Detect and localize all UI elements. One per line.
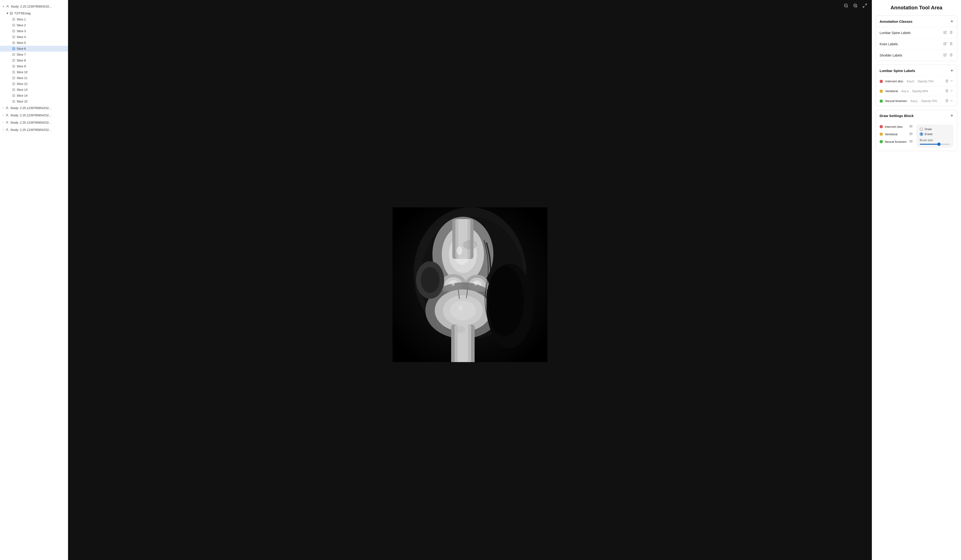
slice-label-2: Slice 2	[17, 24, 26, 27]
slice-item-6[interactable]: Slice 6	[0, 46, 68, 51]
svg-line-38	[847, 6, 848, 8]
zoom-in-icon	[853, 3, 858, 8]
vertebral-key: Key:a	[902, 90, 909, 93]
study-label-4: Study: 2.25.1239795854232...	[10, 121, 51, 124]
slice-item-13[interactable]: Slice 13	[0, 87, 68, 93]
slice-item-8[interactable]: Slice 8	[0, 58, 68, 63]
image-icon-slice11	[12, 77, 15, 80]
edit-shoulder-button[interactable]	[943, 53, 947, 58]
draw-settings-add-button[interactable]: +	[950, 113, 953, 118]
brush-size-slider[interactable]	[920, 144, 950, 145]
chevron-right-icon-2: ›	[3, 107, 3, 109]
slice-item-2[interactable]: Slice 2	[0, 22, 68, 28]
toggle-vertebral-visibility-button[interactable]	[909, 132, 913, 136]
svg-point-77	[456, 326, 465, 333]
sidebar: ▾ Study: 2.25.1239795854232... ▾ T2/TSE/…	[0, 0, 68, 560]
expand-neural-button[interactable]	[950, 99, 953, 103]
annotation-class-shoulder-label: Shoilder Labels	[880, 53, 902, 57]
eye-icon-neural	[909, 140, 913, 143]
study-item-3[interactable]: › Study: 2.25.1239795854232...	[0, 112, 68, 119]
slice-label-10: Slice 10	[17, 71, 27, 74]
slice-item-1[interactable]: Slice 1	[0, 16, 68, 22]
annotation-class-shoulder: Shoilder Labels	[876, 50, 957, 61]
slice-item-14[interactable]: Slice 14	[0, 93, 68, 98]
neural-actions	[945, 99, 953, 103]
slice-label-7: Slice 7	[17, 53, 26, 56]
series-item-1[interactable]: ▾ T2/TSE/sag.	[0, 10, 68, 16]
slice-item-9[interactable]: Slice 9	[0, 63, 68, 69]
image-icon-slice6	[12, 47, 15, 50]
annotation-classes-add-button[interactable]: +	[950, 19, 953, 24]
slice-item-11[interactable]: Slice 11	[0, 75, 68, 81]
delete-vertebral-button[interactable]	[945, 89, 948, 93]
study-item-5[interactable]: › Study: 2.25.1239795854232...	[0, 126, 68, 133]
draw-intervert-label: Intervert disc	[885, 125, 903, 128]
erase-mode-option[interactable]: Erase	[920, 132, 950, 136]
eye-icon-intervert	[909, 125, 913, 128]
edit-knee-button[interactable]	[943, 42, 947, 47]
svg-point-10	[13, 36, 14, 37]
intervert-actions	[945, 79, 953, 83]
slice-label-3: Slice 3	[17, 29, 26, 33]
expand-intervert-button[interactable]	[950, 79, 953, 83]
svg-point-12	[13, 42, 14, 43]
slice-item-12[interactable]: Slice 12	[0, 81, 68, 87]
delete-neural-button[interactable]	[945, 99, 948, 103]
svg-point-35	[6, 122, 8, 123]
chevron-right-icon-3: ›	[3, 114, 3, 117]
label-item-neural: Neural foramen Key:y Opacity:70%	[876, 96, 957, 106]
lumbar-labels-add-button[interactable]: +	[950, 68, 953, 73]
delete-knee-button[interactable]	[949, 42, 953, 47]
person-icon-5	[5, 128, 9, 132]
image-icon-slice5	[12, 41, 15, 44]
person-icon	[6, 5, 10, 8]
svg-point-32	[13, 101, 14, 101]
study-item-1[interactable]: ▾ Study: 2.25.1239795854232...	[0, 3, 68, 10]
image-icon-slice7	[12, 53, 15, 56]
draw-intervert-dot	[880, 125, 883, 128]
image-icon-slice4	[12, 35, 15, 39]
slice-label-13: Slice 13	[17, 88, 27, 91]
image-toolbar	[839, 0, 872, 11]
image-icon-slice10	[12, 71, 15, 74]
slice-item-3[interactable]: Slice 3	[0, 28, 68, 34]
slice-item-5[interactable]: Slice 5	[0, 40, 68, 46]
expand-vertebral-button[interactable]	[950, 89, 953, 93]
slice-item-10[interactable]: Slice 10	[0, 69, 68, 75]
svg-point-26	[13, 83, 14, 84]
chevron-down-icon-intervert	[950, 79, 953, 83]
zoom-out-button[interactable]	[843, 2, 849, 9]
draw-neural-dot	[880, 140, 883, 143]
study-item-4[interactable]: › Study: 2.25.1239795854232...	[0, 119, 68, 126]
fullscreen-button[interactable]	[861, 2, 868, 9]
svg-point-0	[7, 5, 8, 6]
slice-label-15: Slice 15	[17, 99, 27, 103]
slice-item-15[interactable]: Slice 15	[0, 98, 68, 104]
slice-item-4[interactable]: Slice 4	[0, 34, 68, 40]
edit-lumbar-button[interactable]	[943, 30, 947, 35]
delete-lumbar-button[interactable]	[949, 30, 953, 35]
study-item-2[interactable]: › Study: 2.25.1239795854232...	[0, 104, 68, 112]
annotation-class-knee-label: Knee Labels	[880, 42, 898, 46]
slice-item-7[interactable]: Slice 7	[0, 51, 68, 58]
fullscreen-icon	[863, 3, 867, 8]
zoom-in-button[interactable]	[852, 2, 859, 9]
draw-mode-option[interactable]: Draw	[920, 127, 950, 131]
person-icon-3	[5, 114, 9, 117]
trash-icon-intervert	[945, 79, 948, 83]
main-image-area	[68, 0, 872, 560]
svg-point-76	[463, 240, 477, 250]
svg-point-30	[13, 95, 14, 95]
toggle-neural-visibility-button[interactable]	[909, 140, 913, 144]
delete-intervert-button[interactable]	[945, 79, 948, 83]
draw-option-label: Draw	[925, 127, 932, 131]
annotation-class-lumbar-label: Lumbar Spine Labels	[880, 31, 911, 35]
annotation-classes-block: Annotation Classes + Lumbar Spine Labels…	[876, 16, 957, 61]
svg-point-36	[6, 129, 8, 130]
vertebral-actions	[945, 89, 953, 93]
delete-shoulder-button[interactable]	[949, 53, 953, 58]
toggle-intervert-visibility-button[interactable]	[909, 125, 913, 129]
svg-line-41	[857, 6, 857, 8]
image-icon-slice9	[12, 65, 15, 68]
svg-point-14	[13, 48, 14, 48]
